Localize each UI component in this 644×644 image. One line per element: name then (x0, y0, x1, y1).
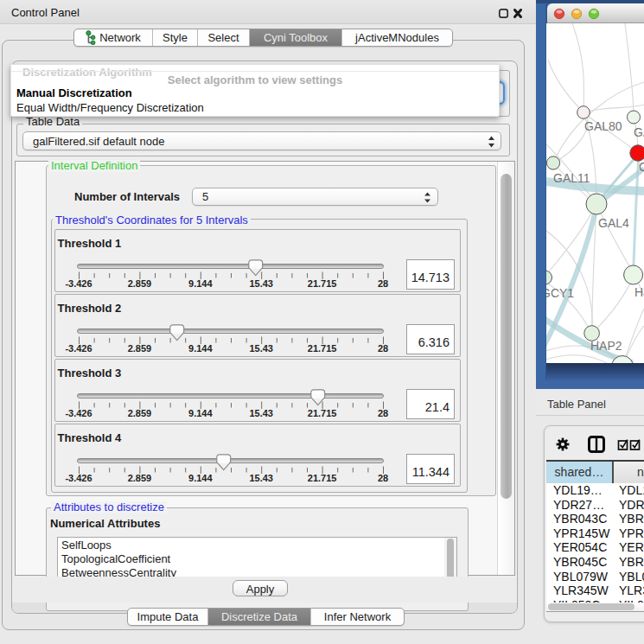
svg-text:GCY1: GCY1 (546, 286, 574, 300)
svg-text:C: C (639, 160, 644, 174)
svg-text:HAP2: HAP2 (590, 339, 622, 353)
svg-text:GAL4: GAL4 (598, 216, 629, 230)
svg-text:GA: GA (634, 125, 644, 139)
svg-text:H: H (634, 285, 643, 299)
svg-text:GAL80: GAL80 (584, 119, 622, 133)
svg-text:GAL11: GAL11 (553, 171, 590, 185)
